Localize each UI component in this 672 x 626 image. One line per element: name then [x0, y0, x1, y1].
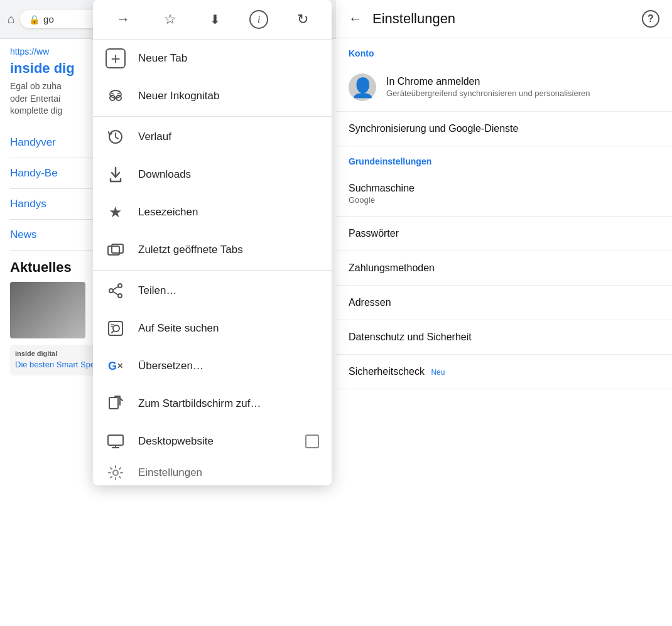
settings-title: Einstellungen: [372, 11, 632, 27]
desktop-label: Desktopwebsite: [138, 435, 214, 448]
svg-rect-15: [109, 321, 122, 335]
search-engine-title: Suchmaschine: [349, 183, 659, 194]
lock-icon: 🔒: [29, 14, 40, 24]
signin-title: In Chrome anmelden: [386, 76, 659, 87]
history-label: Verlauf: [138, 131, 171, 143]
search-engine-sub: Google: [349, 195, 659, 205]
history-icon: [106, 127, 126, 147]
passwords-title: Passwörter: [349, 228, 659, 239]
svg-rect-20: [109, 397, 118, 409]
security-title: Sicherheitscheck: [349, 366, 425, 377]
star-icon[interactable]: ☆: [159, 9, 182, 30]
menu-item-settings-partial[interactable]: Einstellungen: [93, 460, 332, 485]
avatar: 👤: [349, 73, 376, 101]
section-header-konto: Konto: [336, 38, 672, 63]
divider-2: [93, 270, 332, 271]
homescreen-label: Zum Startbildschirm zuf…: [138, 397, 261, 410]
privacy-title: Datenschutz und Sicherheit: [349, 332, 659, 343]
settings-row-security[interactable]: Sicherheitscheck Neu: [336, 355, 672, 389]
settings-back-button[interactable]: ←: [349, 11, 362, 27]
incognito-icon: [106, 86, 126, 106]
translate-icon: G✕: [106, 356, 126, 376]
menu-item-incognito[interactable]: Neuer Inkognitab: [93, 77, 332, 115]
menu-item-bookmarks[interactable]: ★ Lesezeichen: [93, 193, 332, 231]
settings-row-addresses[interactable]: Adressen: [336, 286, 672, 320]
avatar-icon: 👤: [351, 77, 374, 99]
info-icon[interactable]: i: [249, 10, 268, 29]
forward-icon[interactable]: →: [111, 9, 135, 30]
menu-item-translate[interactable]: G✕ Übersetzen…: [93, 347, 332, 385]
settings-partial-icon: [106, 463, 126, 483]
settings-panel: ← Einstellungen ? Konto 👤 In Chrome anme…: [336, 0, 672, 626]
desktop-checkbox[interactable]: [305, 434, 319, 448]
home-icon[interactable]: ⌂: [8, 12, 15, 26]
menu-item-new-tab[interactable]: + Neuer Tab: [93, 40, 332, 77]
settings-row-signin[interactable]: 👤 In Chrome anmelden Geräteübergreifend …: [336, 63, 672, 112]
svg-line-13: [113, 287, 118, 290]
bookmarks-icon: ★: [106, 202, 126, 222]
security-title-container: Sicherheitscheck Neu: [349, 366, 659, 377]
dropdown-toolbar: → ☆ ⬇ i ↻: [93, 0, 332, 40]
svg-point-11: [118, 294, 122, 298]
address-text: go: [43, 14, 54, 24]
menu-item-downloads[interactable]: Downloads: [93, 156, 332, 193]
settings-row-payment[interactable]: Zahlungsmethoden: [336, 251, 672, 286]
new-tab-icon: +: [106, 48, 126, 68]
homescreen-icon: [106, 394, 126, 414]
dropdown-menu: → ☆ ⬇ i ↻ + Neuer Tab Neuer Inkognitab: [93, 0, 332, 485]
svg-point-12: [109, 289, 113, 293]
download-icon[interactable]: ⬇: [205, 9, 225, 30]
settings-help-button[interactable]: ?: [642, 10, 659, 28]
settings-row-privacy[interactable]: Datenschutz und Sicherheit: [336, 320, 672, 355]
bookmarks-label: Lesezeichen: [138, 206, 198, 219]
menu-item-history[interactable]: Verlauf: [93, 118, 332, 156]
signin-sub: Geräteübergreifend synchronisieren und p…: [386, 89, 659, 99]
recent-tabs-label: Zuletzt geöffnete Tabs: [138, 244, 243, 256]
settings-row-search[interactable]: Suchmaschine Google: [336, 171, 672, 217]
menu-item-recent-tabs[interactable]: Zuletzt geöffnete Tabs: [93, 231, 332, 269]
settings-row-sync[interactable]: Synchronisierung und Google-Dienste: [336, 112, 672, 146]
new-badge: Neu: [431, 368, 445, 377]
share-icon: [106, 281, 126, 301]
divider-1: [93, 116, 332, 117]
downloads-icon: [106, 165, 126, 185]
svg-line-17: [112, 331, 114, 333]
downloads-label: Downloads: [138, 168, 191, 181]
settings-header: ← Einstellungen ?: [336, 0, 672, 38]
find-label: Auf Seite suchen: [138, 322, 219, 335]
sync-title: Synchronisierung und Google-Dienste: [349, 123, 659, 134]
menu-item-homescreen[interactable]: Zum Startbildschirm zuf…: [93, 385, 332, 423]
incognito-label: Neuer Inkognitab: [138, 90, 219, 102]
menu-item-share[interactable]: Teilen…: [93, 272, 332, 310]
share-label: Teilen…: [138, 284, 176, 297]
svg-point-25: [113, 470, 118, 475]
svg-point-10: [118, 284, 122, 288]
svg-rect-22: [108, 435, 123, 445]
menu-item-find[interactable]: Auf Seite suchen: [93, 310, 332, 347]
recent-tabs-icon: [106, 240, 126, 260]
reload-icon[interactable]: ↻: [292, 9, 313, 30]
svg-line-14: [113, 292, 118, 295]
settings-row-passwords[interactable]: Passwörter: [336, 217, 672, 251]
new-tab-label: Neuer Tab: [138, 52, 187, 65]
addresses-title: Adressen: [349, 297, 659, 308]
find-icon: [106, 318, 126, 338]
settings-partial-label: Einstellungen: [138, 467, 202, 479]
section-header-grundeinstellungen: Grundeinstellungen: [336, 146, 672, 171]
desktop-icon: [106, 431, 126, 451]
translate-label: Übersetzen…: [138, 360, 203, 372]
article-thumbnail: [10, 282, 85, 338]
payment-title: Zahlungsmethoden: [349, 262, 659, 274]
signin-text: In Chrome anmelden Geräteübergreifend sy…: [386, 76, 659, 99]
menu-item-desktop[interactable]: Desktopwebsite: [93, 423, 332, 460]
